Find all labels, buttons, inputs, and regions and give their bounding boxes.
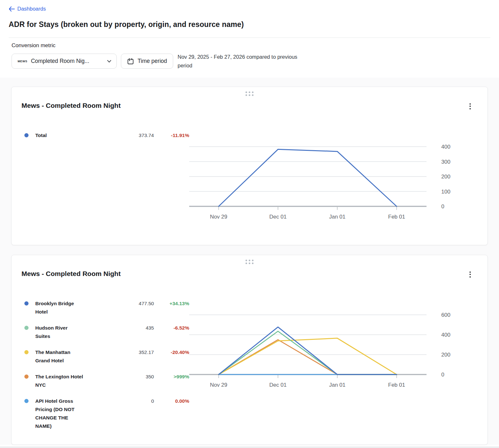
svg-text:200: 200: [441, 352, 450, 358]
svg-text:300: 300: [441, 159, 450, 165]
conversion-metric-label: Conversion metric: [12, 42, 490, 49]
legend-item-total[interactable]: Total 373.74 -11.91%: [24, 131, 189, 140]
svg-text:Feb 01: Feb 01: [388, 382, 405, 388]
report-card-total: Mews - Completed Room Night Total 373.74…: [11, 87, 488, 245]
series-value: 0: [83, 397, 154, 405]
series-name: The Manhattan Grand Hotel: [35, 348, 83, 365]
series-change: +34.13%: [154, 299, 189, 308]
series-value: 477.50: [83, 299, 154, 308]
report-card-by-property: Mews - Completed Room Night Brooklyn Bri…: [11, 255, 488, 445]
series-color-dot: [24, 375, 29, 379]
series-change: >999%: [154, 373, 189, 381]
series-value: 435: [83, 324, 154, 332]
svg-text:200: 200: [441, 174, 450, 180]
series-color-dot: [24, 326, 29, 330]
properties-line-chart: Nov 29Dec 01Jan 01Feb 010200400600: [189, 310, 478, 391]
series-name: Hudson River Suites: [35, 324, 83, 340]
legend-item-lexington-hotel-nyc[interactable]: The Lexington Hotel NYC 350 >999%: [24, 373, 189, 389]
svg-text:600: 600: [441, 312, 450, 318]
back-to-dashboards-link[interactable]: Dashboards: [9, 6, 46, 12]
chart-legend: Total 373.74 -11.91%: [12, 131, 189, 147]
calendar-icon: [127, 58, 134, 65]
drag-handle[interactable]: [244, 258, 255, 265]
series-color-dot: [24, 133, 29, 137]
series-change: -20.40%: [154, 348, 189, 357]
mews-logo: MEWS: [18, 60, 27, 63]
legend-item-api-hotel-gross-pricing[interactable]: API Hotel Gross Pricing (DO NOT CHANGE T…: [24, 397, 189, 430]
conversion-metric-dropdown[interactable]: MEWS Completed Room Nig...: [12, 54, 117, 69]
svg-text:Jan 01: Jan 01: [329, 382, 345, 388]
chart-legend: Brooklyn Bridge Hotel 477.50 +34.13% Hud…: [12, 299, 189, 438]
conversion-metric-value: Completed Room Nig...: [31, 58, 89, 65]
more-options-button[interactable]: [467, 270, 473, 279]
next-row-edge: [0, 446, 499, 448]
series-color-dot: [24, 350, 29, 354]
svg-text:400: 400: [441, 144, 450, 150]
series-name: API Hotel Gross Pricing (DO NOT CHANGE T…: [35, 397, 83, 430]
svg-text:100: 100: [441, 188, 450, 194]
svg-text:Nov 29: Nov 29: [210, 214, 227, 220]
svg-text:Dec 01: Dec 01: [269, 214, 287, 220]
legend-item-manhattan-grand-hotel[interactable]: The Manhattan Grand Hotel 352.17 -20.40%: [24, 348, 189, 365]
series-color-dot: [24, 301, 29, 306]
svg-text:400: 400: [441, 332, 450, 338]
series-name: Total: [35, 131, 83, 140]
dashboard-canvas: Mews - Completed Room Night Total 373.74…: [0, 78, 499, 445]
date-range-text: Nov 29, 2025 - Feb 27, 2026 compared to …: [178, 53, 301, 70]
svg-text:Feb 01: Feb 01: [388, 214, 405, 220]
legend-item-hudson-river-suites[interactable]: Hudson River Suites 435 -6.52%: [24, 324, 189, 340]
svg-text:0: 0: [441, 203, 444, 210]
back-link-label: Dashboards: [17, 6, 46, 12]
time-period-button[interactable]: Time period: [121, 54, 173, 69]
controls-section: Conversion metric MEWS Completed Room Ni…: [0, 38, 499, 70]
series-value: 373.74: [83, 131, 154, 140]
series-value: 350: [83, 373, 154, 381]
series-change: -11.91%: [154, 131, 189, 140]
page-title: ADR for Stays (broken out by property, o…: [9, 20, 490, 29]
total-line-chart: Nov 29Dec 01Jan 01Feb 010100200300400: [189, 142, 478, 222]
series-change: 0.00%: [154, 397, 189, 405]
series-name: Brooklyn Bridge Hotel: [35, 299, 83, 316]
svg-text:0: 0: [441, 372, 444, 378]
legend-item-brooklyn-bridge-hotel[interactable]: Brooklyn Bridge Hotel 477.50 +34.13%: [24, 299, 189, 316]
series-change: -6.52%: [154, 324, 189, 332]
series-value: 352.17: [83, 348, 154, 357]
svg-text:Dec 01: Dec 01: [269, 382, 287, 388]
series-name: The Lexington Hotel NYC: [35, 373, 83, 389]
svg-text:Nov 29: Nov 29: [210, 382, 227, 388]
chevron-down-icon: [107, 58, 111, 63]
top-header: Dashboards ADR for Stays (broken out by …: [0, 0, 499, 38]
time-period-label: Time period: [138, 58, 167, 65]
back-arrow-icon: [9, 6, 15, 12]
svg-text:Jan 01: Jan 01: [329, 214, 345, 220]
more-options-button[interactable]: [467, 102, 473, 111]
drag-handle[interactable]: [244, 90, 255, 97]
series-color-dot: [24, 399, 29, 403]
